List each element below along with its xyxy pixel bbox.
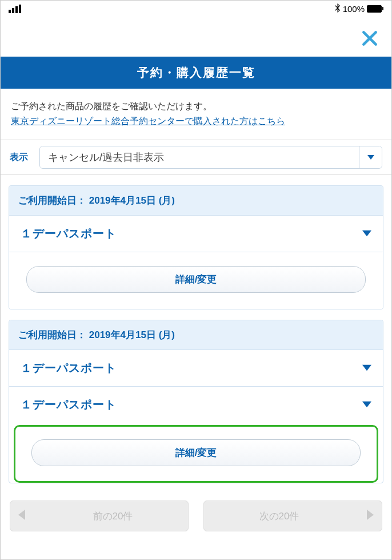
booking-action-area: 詳細/変更: [9, 252, 383, 309]
intro-block: ご予約された商品の履歴をご確認いただけます。 東京ディズニーリゾート総合予約セン…: [1, 89, 391, 140]
battery-percent: 100%: [343, 4, 365, 14]
signal-icon: [9, 5, 21, 13]
booking-date-value: 2019年4月15日 (月): [89, 329, 175, 340]
chevron-down-icon: [362, 363, 371, 374]
intro-link[interactable]: 東京ディズニーリゾート総合予約センターで購入された方はこちら: [11, 116, 285, 126]
highlighted-action: 詳細/変更: [14, 425, 378, 483]
booking-card: ご利用開始日： 2019年4月15日 (月) １デーパスポート １デーパスポート…: [9, 320, 383, 483]
booking-item-title: １デーパスポート: [21, 360, 117, 376]
booking-date: ご利用開始日： 2019年4月15日 (月): [9, 186, 383, 215]
pager-prev-label: 前の20件: [38, 510, 188, 523]
chevron-down-icon: [359, 146, 382, 168]
intro-text: ご予約された商品の履歴をご確認いただけます。: [11, 99, 381, 114]
booking-date-label: ご利用開始日：: [18, 195, 86, 206]
detail-change-button[interactable]: 詳細/変更: [26, 266, 366, 293]
booking-item-title: １デーパスポート: [21, 226, 117, 241]
phone-frame: 100% 予約・購入履歴一覧 ご予約された商品の履歴をご確認いただけます。 東京…: [0, 0, 392, 560]
page-title: 予約・購入履歴一覧: [1, 57, 391, 89]
booking-item-row[interactable]: １デーパスポート: [9, 386, 383, 423]
booking-date-value: 2019年4月15日 (月): [89, 195, 175, 206]
close-icon[interactable]: [361, 28, 379, 51]
booking-date: ご利用開始日： 2019年4月15日 (月): [9, 320, 383, 349]
battery-icon: [367, 5, 383, 13]
status-left: [9, 5, 21, 13]
booking-item-row[interactable]: １デーパスポート: [9, 349, 383, 386]
booking-item-title: １デーパスポート: [21, 397, 117, 412]
pager-next-label: 次の20件: [204, 510, 354, 523]
detail-change-button[interactable]: 詳細/変更: [31, 439, 361, 466]
status-right: 100%: [334, 3, 383, 14]
filter-select[interactable]: キャンセル/過去日非表示: [39, 146, 382, 169]
status-bar: 100%: [1, 1, 391, 18]
booking-item-row[interactable]: １デーパスポート: [9, 215, 383, 252]
pager-prev-button[interactable]: 前の20件: [10, 501, 189, 531]
filter-row: 表示 キャンセル/過去日非表示: [1, 140, 391, 175]
filter-selected-value: キャンセル/過去日非表示: [40, 146, 359, 168]
chevron-down-icon: [362, 400, 371, 410]
chevron-right-icon: [367, 510, 374, 523]
close-row: [1, 18, 391, 57]
booking-date-label: ご利用開始日：: [18, 329, 86, 340]
bluetooth-icon: [334, 3, 341, 14]
filter-label: 表示: [10, 152, 28, 164]
pager-next-button[interactable]: 次の20件: [203, 501, 382, 531]
chevron-left-icon: [18, 510, 25, 523]
chevron-down-icon: [362, 229, 371, 239]
pager: 前の20件 次の20件: [1, 483, 391, 549]
booking-card: ご利用開始日： 2019年4月15日 (月) １デーパスポート 詳細/変更: [9, 185, 383, 309]
